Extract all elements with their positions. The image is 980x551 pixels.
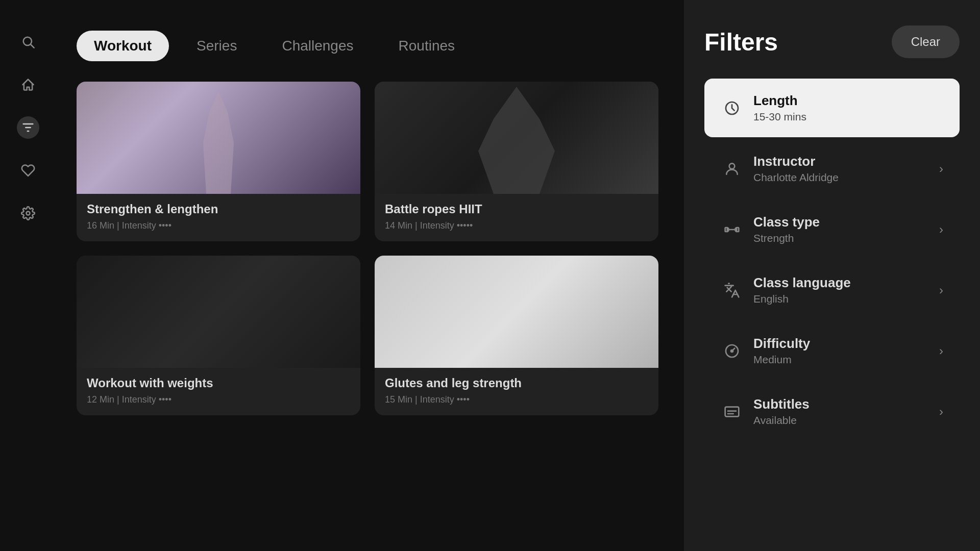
svg-rect-12 [736,228,737,231]
card-duration: 14 Min [385,220,412,231]
card-image [77,256,360,368]
svg-point-5 [27,212,30,215]
card-title: Strengthen & lengthen [87,202,350,216]
sidebar [0,0,56,551]
tab-series[interactable]: Series [179,31,254,61]
tab-routines[interactable]: Routines [381,31,473,61]
filter-value: Strength [753,232,931,244]
translate-icon [721,279,743,302]
svg-point-7 [729,163,735,169]
filter-item-difficulty[interactable]: Difficulty Medium › [704,321,960,380]
gauge-icon [721,340,743,362]
chevron-right-icon: › [939,222,943,237]
filter-label: Length [753,93,943,109]
chevron-right-icon: › [939,283,943,297]
card-meta: 15 Min | Intensity •••• [385,394,648,405]
card-separator: | [117,394,122,405]
workout-card[interactable]: Glutes and leg strength 15 Min | Intensi… [375,256,658,415]
filter-value: English [753,293,931,305]
workout-grid: Strengthen & lengthen 16 Min | Intensity… [77,82,664,415]
filter-value: Medium [753,354,931,366]
filter-label: Subtitles [753,396,931,412]
card-image [375,82,658,194]
main-content: Workout Series Challenges Routines Stren… [56,0,684,551]
workout-card[interactable]: Battle ropes HIIT 14 Min | Intensity •••… [375,82,658,241]
heart-icon[interactable] [17,159,39,182]
card-meta: 16 Min | Intensity •••• [87,220,350,231]
filter-title: Filters [704,28,778,56]
filter-item-subtitles[interactable]: Subtitles Available › [704,382,960,441]
card-intensity: Intensity •••• [420,394,470,405]
chevron-right-icon: › [939,344,943,358]
chevron-right-icon: › [939,405,943,419]
subtitles-icon [721,400,743,423]
card-separator: | [415,394,420,405]
home-icon[interactable] [17,73,39,96]
filter-label: Class language [753,275,931,291]
card-intensity: Intensity ••••• [420,220,473,231]
clear-button[interactable]: Clear [892,26,960,58]
filter-label: Class type [753,214,931,230]
filter-item-class-type[interactable]: Class type Strength › [704,200,960,259]
card-duration: 15 Min [385,394,412,405]
filter-value: Charlotte Aldridge [753,171,931,184]
workout-card[interactable]: Workout with weights 12 Min | Intensity … [77,256,360,415]
tab-bar: Workout Series Challenges Routines [77,31,664,61]
filter-item-instructor[interactable]: Instructor Charlotte Aldridge › [704,139,960,198]
card-title: Workout with weights [87,376,350,390]
card-separator: | [415,220,420,231]
filter-item-length[interactable]: Length 15-30 mins [704,79,960,137]
card-intensity: Intensity •••• [122,220,172,231]
filter-label: Difficulty [753,336,931,352]
filter-label: Instructor [753,154,931,169]
card-title: Glutes and leg strength [385,376,648,390]
card-separator: | [117,220,122,231]
card-meta: 12 Min | Intensity •••• [87,394,350,405]
workout-card[interactable]: Strengthen & lengthen 16 Min | Intensity… [77,82,360,241]
svg-line-1 [31,44,34,47]
card-duration: 16 Min [87,220,114,231]
card-intensity: Intensity •••• [122,394,172,405]
clock-icon [721,97,743,119]
filter-panel: Filters Clear Length 15-30 mins Instruct… [684,0,980,551]
filter-value: Available [753,414,931,427]
card-meta: 14 Min | Intensity ••••• [385,220,648,231]
svg-rect-11 [727,228,729,231]
filter-header: Filters Clear [704,26,960,58]
filter-value: 15-30 mins [753,111,943,123]
card-title: Battle ropes HIIT [385,202,648,216]
tab-challenges[interactable]: Challenges [264,31,371,61]
search-icon[interactable] [17,31,39,53]
dumbbell-icon [721,218,743,241]
card-duration: 12 Min [87,394,114,405]
filter-item-language[interactable]: Class language English › [704,261,960,319]
card-image [375,256,658,368]
person-icon [721,158,743,180]
chevron-right-icon: › [939,162,943,176]
tab-workout[interactable]: Workout [77,31,169,61]
card-image [77,82,360,194]
svg-point-14 [731,350,733,352]
settings-icon[interactable] [17,202,39,224]
filter-tools-icon[interactable] [17,116,39,139]
